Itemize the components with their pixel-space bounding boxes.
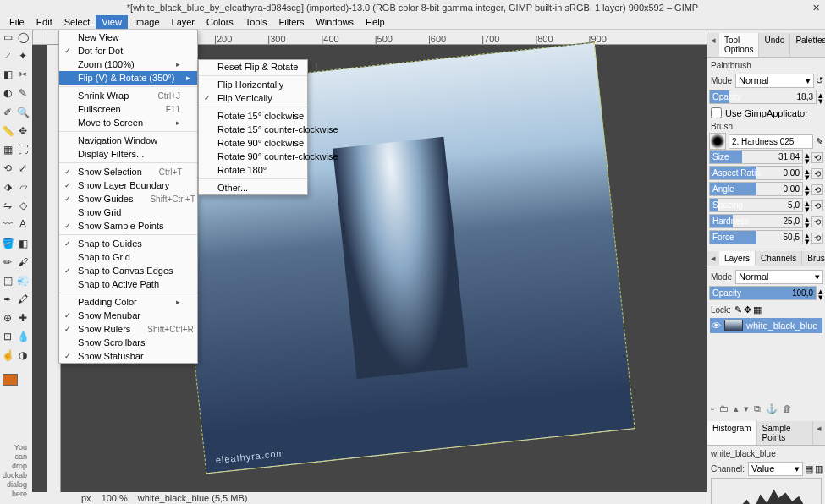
tool-gradient[interactable]: ◧ bbox=[17, 238, 29, 249]
hardness-spinner[interactable]: ▴▾ bbox=[805, 216, 810, 228]
aspect-slider[interactable]: Aspect Ratio0,00 bbox=[709, 166, 803, 180]
tool-scale[interactable]: ⤢ bbox=[17, 162, 29, 174]
tool-move[interactable]: ✥ bbox=[17, 125, 29, 137]
menu-item[interactable]: New View bbox=[59, 30, 197, 44]
aspect-reset[interactable]: ⟲ bbox=[811, 168, 823, 179]
menu-edit[interactable]: Edit bbox=[30, 15, 58, 29]
image-thumb[interactable] bbox=[32, 30, 47, 45]
close-icon[interactable]: ✕ bbox=[812, 3, 820, 14]
tool-eraser[interactable]: ◫ bbox=[2, 275, 14, 287]
tool-measure[interactable]: 📏 bbox=[2, 125, 14, 137]
mode-select[interactable]: Normal▾ bbox=[735, 74, 814, 88]
tab-brushes[interactable]: Brushes bbox=[802, 251, 825, 266]
histogram-log-icon[interactable]: ▥ bbox=[815, 463, 823, 474]
submenu-item[interactable]: Rotate 90° counter-clockwise bbox=[199, 150, 307, 163]
menu-item[interactable]: ✓Show RulersShift+Ctrl+R bbox=[59, 322, 197, 336]
menu-item[interactable]: ✓Show Sample Points bbox=[59, 219, 197, 233]
tool-fuzzy-select[interactable]: ✦ bbox=[17, 50, 29, 62]
menu-item[interactable]: Shrink WrapCtrl+J bbox=[59, 89, 197, 102]
brush-edit-icon[interactable]: ✎ bbox=[816, 136, 823, 147]
menu-item[interactable]: Snap to Grid bbox=[59, 250, 197, 264]
size-slider[interactable]: Size31,84 bbox=[709, 150, 803, 164]
angle-reset[interactable]: ⟲ bbox=[811, 184, 823, 195]
tool-ink[interactable]: ✒ bbox=[2, 293, 14, 305]
tool-warp[interactable]: 〰 bbox=[2, 218, 14, 230]
menu-item[interactable]: ✓Show Menubar bbox=[59, 309, 197, 322]
fg-color-swatch[interactable] bbox=[3, 374, 18, 386]
tool-perspective[interactable]: ▱ bbox=[17, 181, 29, 193]
submenu-item[interactable]: Reset Flip & Rotate! bbox=[199, 60, 307, 74]
tab-layers[interactable]: Layers bbox=[719, 251, 756, 266]
angle-spinner[interactable]: ▴▾ bbox=[805, 184, 810, 196]
tool-blur[interactable]: 💧 bbox=[17, 331, 29, 342]
menu-item[interactable]: ✓Show GuidesShift+Ctrl+T bbox=[59, 192, 197, 205]
channel-select[interactable]: Value▾ bbox=[748, 462, 803, 476]
menu-filters[interactable]: Filters bbox=[273, 15, 311, 29]
submenu-item[interactable]: Rotate 15° counter-clockwise bbox=[199, 123, 307, 136]
hardness-slider[interactable]: Hardness25,0 bbox=[709, 214, 803, 228]
menu-item[interactable]: ✓Show Statusbar bbox=[59, 349, 197, 363]
tool-mypaint[interactable]: 🖍 bbox=[17, 293, 29, 305]
lock-position-icon[interactable]: ✥ bbox=[744, 304, 751, 315]
lower-layer-icon[interactable]: ▾ bbox=[744, 403, 749, 414]
tool-paintbrush[interactable]: 🖌 bbox=[17, 256, 29, 268]
submenu-item[interactable]: Flip Horizontally bbox=[199, 78, 307, 91]
submenu-item[interactable]: Rotate 180° bbox=[199, 163, 307, 177]
tool-align[interactable]: ▦ bbox=[2, 144, 14, 156]
opacity-slider[interactable]: Opacity18,3 bbox=[709, 90, 817, 104]
tool-bucket[interactable]: 🪣 bbox=[2, 238, 14, 249]
menu-image[interactable]: Image bbox=[128, 15, 166, 29]
tab-sample-points[interactable]: Sample Points bbox=[757, 421, 813, 445]
anchor-layer-icon[interactable]: ⚓ bbox=[766, 403, 778, 414]
menu-item[interactable]: Padding Color▸ bbox=[59, 295, 197, 309]
submenu-item[interactable]: Rotate 15° clockwise bbox=[199, 109, 307, 123]
submenu-item[interactable]: Rotate 90° clockwise bbox=[199, 136, 307, 150]
tool-picker[interactable]: ✐ bbox=[2, 107, 14, 118]
force-slider[interactable]: Force50,5 bbox=[709, 230, 803, 244]
menu-tools[interactable]: Tools bbox=[239, 15, 273, 29]
new-group-icon[interactable]: 🗀 bbox=[719, 403, 729, 414]
tool-scissors[interactable]: ✂ bbox=[17, 68, 29, 80]
tab-channels[interactable]: Channels bbox=[756, 251, 802, 266]
menu-item[interactable]: ✓Show Layer Boundary bbox=[59, 178, 197, 192]
tab-undo[interactable]: Undo bbox=[759, 33, 790, 57]
angle-slider[interactable]: Angle0,00 bbox=[709, 182, 803, 196]
menu-windows[interactable]: Windows bbox=[310, 15, 360, 29]
tool-free-select[interactable]: ⟋ bbox=[2, 50, 14, 62]
menu-item[interactable]: ✓Show SelectionCtrl+T bbox=[59, 165, 197, 178]
tool-rect-select[interactable]: ▭ bbox=[2, 31, 14, 43]
menu-item[interactable]: Show Scrollbars bbox=[59, 336, 197, 349]
tab-prev-icon[interactable]: ◂ bbox=[707, 33, 719, 57]
tool-color-select[interactable]: ◧ bbox=[2, 68, 14, 80]
visibility-icon[interactable]: 👁 bbox=[712, 320, 721, 331]
tab-prev-icon[interactable]: ◂ bbox=[707, 251, 719, 266]
layer-mode-select[interactable]: Normal▾ bbox=[735, 270, 823, 284]
menu-item[interactable]: Zoom (100%)▸ bbox=[59, 58, 197, 71]
aspect-spinner[interactable]: ▴▾ bbox=[805, 168, 810, 180]
tab-palettes[interactable]: Palettes bbox=[790, 33, 825, 57]
tab-tool-options[interactable]: Tool Options bbox=[719, 33, 759, 57]
tool-heal[interactable]: ✚ bbox=[17, 312, 29, 324]
menu-item[interactable]: Move to Screen▸ bbox=[59, 116, 197, 129]
tool-ellipse-select[interactable]: ◯ bbox=[17, 31, 29, 43]
layer-opacity-spinner[interactable]: ▴▾ bbox=[818, 288, 823, 300]
tool-shear[interactable]: ⬗ bbox=[2, 181, 14, 193]
tool-paths[interactable]: ✎ bbox=[17, 87, 29, 99]
size-spinner[interactable]: ▴▾ bbox=[805, 152, 810, 164]
menu-item[interactable]: Show Grid bbox=[59, 205, 197, 219]
layer-item[interactable]: 👁 white_black_blue bbox=[710, 318, 822, 333]
tool-cage[interactable]: ◇ bbox=[17, 200, 29, 211]
layer-name[interactable]: white_black_blue bbox=[746, 320, 817, 331]
use-gimpapplicator-check[interactable] bbox=[711, 107, 722, 118]
tab-menu-icon[interactable]: ◂ bbox=[813, 421, 825, 445]
status-unit[interactable]: px bbox=[81, 493, 91, 503]
tool-airbrush[interactable]: 💨 bbox=[17, 275, 29, 287]
tab-histogram[interactable]: Histogram bbox=[707, 421, 757, 445]
menu-select[interactable]: Select bbox=[58, 15, 96, 29]
tool-smudge[interactable]: ☝ bbox=[2, 349, 14, 361]
lock-pixels-icon[interactable]: ✎ bbox=[734, 304, 742, 315]
histogram-linear-icon[interactable]: ▤ bbox=[805, 463, 813, 474]
tool-foreground[interactable]: ◐ bbox=[2, 87, 14, 99]
tool-flip[interactable]: ⇋ bbox=[2, 200, 14, 211]
tool-clone[interactable]: ⊕ bbox=[2, 312, 14, 324]
